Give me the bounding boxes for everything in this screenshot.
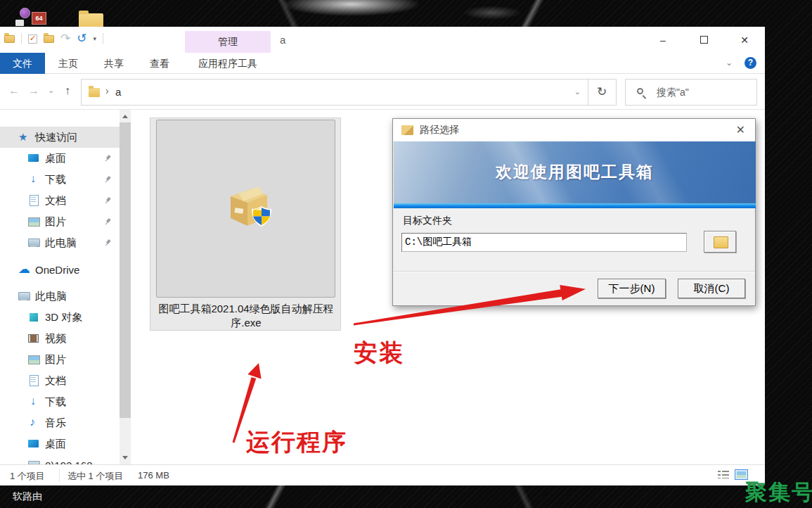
computer-icon (28, 459, 39, 464)
computer-icon (28, 237, 39, 248)
breadcrumb[interactable]: a (115, 86, 121, 98)
desktop-icon-small[interactable] (15, 20, 24, 26)
maximize-button[interactable] (683, 27, 724, 53)
view-switcher (718, 469, 748, 480)
sidebar-item-label: OneDrive (35, 264, 79, 276)
sidebar-item-label: 下载 (45, 395, 66, 409)
address-bar[interactable]: › a ⌄ (81, 79, 588, 106)
help-icon[interactable]: ? (745, 57, 756, 69)
ribbon-collapse-icon[interactable]: ⌄ (726, 58, 733, 68)
sidebar-item-pictures-pc[interactable]: 图片 (0, 349, 120, 370)
sidebar-item-label: 音乐 (45, 417, 66, 430)
close-button[interactable]: ✕ (724, 27, 765, 53)
recent-locations-dropdown-icon[interactable]: ⌄ (48, 86, 54, 95)
screen: 64 ↷ ↺ ▾ 管理 a – ✕ 文件 (0, 0, 812, 508)
dialog-banner: 欢迎使用图吧工具箱 (394, 141, 756, 203)
sidebar-item-label: 桌面 (45, 152, 66, 165)
tab-file[interactable]: 文件 (0, 53, 45, 74)
tab-application-tools[interactable]: 应用程序工具 (185, 53, 271, 74)
desktop-icon-64-app[interactable]: 64 (32, 12, 46, 25)
new-folder-icon[interactable] (44, 35, 54, 43)
forward-button[interactable]: → (28, 84, 39, 97)
sidebar-item-label: 视频 (45, 332, 66, 345)
document-icon (28, 375, 39, 386)
sidebar-item-quick-access[interactable]: 快速访问 (0, 127, 120, 148)
scroll-up-icon[interactable] (122, 115, 128, 118)
sidebar-item-documents-pc[interactable]: 文档 (0, 370, 120, 391)
dialog-title-bar: 路径选择 ✕ (393, 119, 755, 141)
window-title: a (280, 34, 285, 46)
properties-icon[interactable] (28, 34, 37, 44)
sidebar-item-3d-objects[interactable]: 3D 对象 (0, 307, 120, 328)
sidebar-item-label: 图片 (45, 215, 66, 229)
customize-toolbar-dropdown-icon[interactable]: ▾ (94, 35, 97, 42)
quick-access-toolbar: ↷ ↺ ▾ (4, 33, 103, 44)
scrollbar-thumb[interactable] (120, 122, 131, 418)
tab-share[interactable]: 共享 (96, 53, 131, 74)
tab-view[interactable]: 查看 (142, 53, 177, 74)
file-item-installer-exe[interactable]: 图吧工具箱2021.04绿色版自动解压程 序.exe (150, 118, 341, 331)
file-name: 图吧工具箱2021.04绿色版自动解压程 序.exe (150, 302, 342, 330)
target-folder-input[interactable]: C:\图吧工具箱 (401, 233, 687, 252)
sidebar-item-downloads[interactable]: 下载 (0, 169, 120, 190)
toolbar-separator (21, 33, 22, 44)
next-button[interactable]: 下一步(N) (598, 279, 666, 298)
sidebar-item-label: 文档 (45, 374, 66, 388)
desktop-icon (28, 438, 39, 450)
contextual-tab-group-manage: 管理 (185, 31, 271, 53)
up-button[interactable]: ↑ (65, 84, 70, 97)
pin-icon (103, 238, 112, 248)
desktop-icon (28, 153, 39, 164)
redo-icon[interactable]: ↷ (60, 34, 70, 44)
target-folder-label: 目标文件夹 (403, 215, 452, 227)
music-icon (28, 417, 39, 428)
sidebar-item-this-pc[interactable]: 此电脑 (0, 286, 120, 307)
tab-home[interactable]: 主页 (51, 53, 86, 74)
sidebar-item-label: 图片 (45, 353, 66, 367)
file-name-line1: 图吧工具箱2021.04绿色版自动解压程 (150, 302, 342, 316)
sidebar-item-pictures[interactable]: 图片 (0, 211, 120, 232)
navigation-pane: 快速访问 桌面 下载 文档 (0, 110, 120, 464)
back-button[interactable]: ← (8, 84, 20, 97)
sidebar-item-desktop-pc[interactable]: 桌面 (0, 433, 120, 455)
dialog-title: 路径选择 (420, 124, 459, 136)
sidebar-item-music[interactable]: 音乐 (0, 412, 120, 433)
banner-accent-strip (394, 203, 756, 208)
document-icon (28, 195, 39, 206)
address-dropdown-icon[interactable]: ⌄ (574, 87, 581, 96)
cancel-button[interactable]: 取消(C) (678, 279, 745, 298)
folder-icon[interactable] (4, 35, 15, 43)
dialog-close-icon[interactable]: ✕ (736, 123, 745, 136)
undo-icon[interactable]: ↺ (77, 34, 86, 44)
path-selection-dialog: 路径选择 ✕ 欢迎使用图吧工具箱 目标文件夹 C:\图吧工具箱 下一步(N) 取… (392, 118, 756, 306)
sidebar-item-desktop[interactable]: 桌面 (0, 148, 120, 169)
browse-folder-button[interactable] (704, 231, 736, 253)
sidebar-scrollbar[interactable] (120, 110, 131, 464)
search-input[interactable]: 搜索"a" (625, 79, 757, 106)
refresh-button[interactable]: ↻ (588, 79, 617, 106)
sidebar-item-downloads-pc[interactable]: 下载 (0, 391, 120, 412)
pin-icon (103, 174, 112, 184)
minimize-button[interactable]: – (643, 27, 683, 53)
download-icon (28, 174, 39, 185)
pin-icon (103, 217, 112, 227)
sidebar-item-documents[interactable]: 文档 (0, 190, 120, 211)
sidebar-item-videos[interactable]: 视频 (0, 328, 120, 349)
picture-icon (28, 354, 39, 365)
picture-icon (28, 216, 39, 227)
sidebar-item-this-pc-pinned[interactable]: 此电脑 (0, 232, 120, 253)
folder-icon (89, 88, 100, 97)
dialog-heading: 欢迎使用图吧工具箱 (394, 161, 756, 183)
maximize-icon (700, 36, 708, 44)
film-icon (28, 333, 39, 344)
sidebar-item-onedrive[interactable]: OneDrive (0, 259, 120, 280)
sidebar-item-label: 此电脑 (45, 236, 77, 250)
desktop-icon-purple-app[interactable] (20, 8, 30, 18)
watermark: 聚集号 (745, 478, 812, 507)
scroll-down-icon[interactable] (122, 456, 128, 459)
selected-size: 176 MB (138, 470, 169, 481)
desktop-label-soft-router[interactable]: 软路由 (13, 490, 42, 503)
quick-access-icon (18, 132, 30, 143)
details-view-icon[interactable] (718, 469, 729, 480)
sidebar-item-network-clipped[interactable]: 0)192.168 (0, 455, 120, 464)
